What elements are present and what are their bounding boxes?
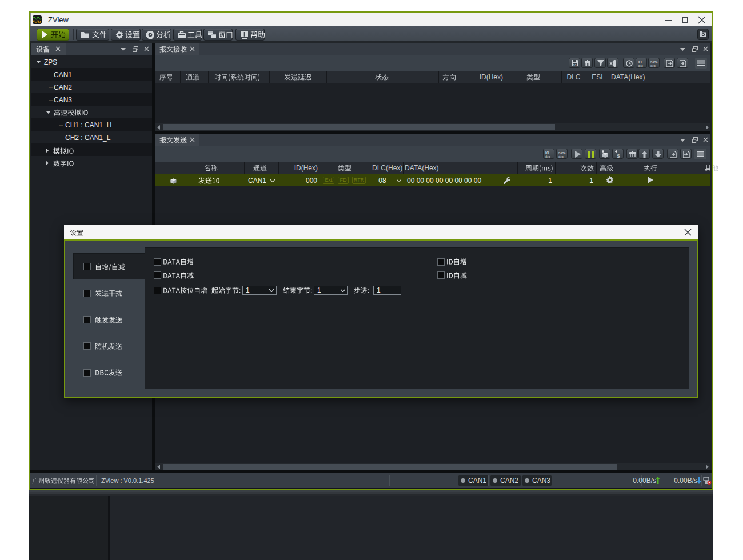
svg-text:dec: dec xyxy=(545,155,550,158)
svg-text:10: 10 xyxy=(573,63,576,66)
svg-text:dec: dec xyxy=(638,64,643,67)
svg-text:dec: dec xyxy=(558,155,564,158)
svg-text:dec: dec xyxy=(650,64,656,67)
svg-text:s: s xyxy=(617,152,620,158)
